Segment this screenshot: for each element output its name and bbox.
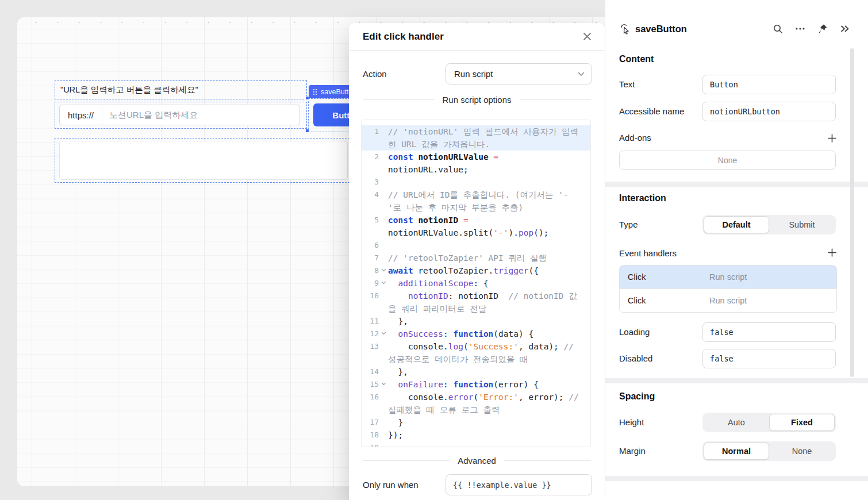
accessible-name-input[interactable]: notionURLbutton bbox=[702, 102, 836, 121]
event-handler-row[interactable]: Click Run script bbox=[620, 289, 836, 312]
code-line[interactable]: 15 onFailure: function(error) { bbox=[362, 378, 590, 391]
close-button[interactable] bbox=[581, 30, 593, 43]
height-option-auto[interactable]: Auto bbox=[704, 414, 769, 431]
loading-label: Loading bbox=[619, 327, 650, 337]
code-line[interactable]: 7// 'retoolToZapier' API 쿼리 실행 bbox=[362, 252, 590, 264]
event-handlers-label: Event handlers bbox=[619, 248, 677, 258]
chevron-down-icon bbox=[578, 72, 585, 76]
code-line[interactable]: 17 } bbox=[362, 416, 590, 429]
text-input[interactable]: Button bbox=[702, 75, 836, 94]
code-line[interactable]: 10 notionID: notionID // notionID 값을 쿼리 … bbox=[362, 290, 590, 315]
resize-handle[interactable] bbox=[305, 96, 309, 100]
type-label: Type bbox=[619, 220, 638, 229]
action-row: Action Run script bbox=[349, 63, 605, 85]
code-line[interactable]: 18}); bbox=[362, 429, 590, 441]
code-text bbox=[388, 176, 590, 189]
code-text: // URL에서 ID를 추출합니다. (여기서는 '-'로 나눈 후 마지막 … bbox=[388, 189, 590, 214]
panel-scrollbar[interactable] bbox=[850, 48, 854, 377]
add-addon-button[interactable] bbox=[827, 133, 837, 143]
event-name: Click bbox=[628, 296, 709, 305]
addons-none-field[interactable]: None bbox=[619, 151, 836, 170]
code-line[interactable]: 12 onSuccess: function(data) { bbox=[362, 328, 590, 340]
code-fold-spacer bbox=[379, 290, 388, 294]
modal-header: Edit click handler bbox=[349, 23, 605, 51]
code-line[interactable]: 5const notionID = notionURLValue.split('… bbox=[362, 214, 590, 239]
code-editor[interactable]: 1// 'notionURL' 입력 필드에서 사용자가 입력한 URL 값을 … bbox=[361, 120, 591, 447]
loading-input[interactable]: false bbox=[702, 322, 836, 342]
height-option-fixed[interactable]: Fixed bbox=[769, 414, 835, 431]
line-number: 5 bbox=[362, 214, 379, 226]
type-option-default[interactable]: Default bbox=[704, 216, 769, 233]
code-text bbox=[388, 239, 590, 252]
inspector-panel: saveButton Content Text Butto bbox=[605, 0, 868, 500]
event-handler-row[interactable]: Click Run script bbox=[620, 266, 836, 289]
line-number: 6 bbox=[362, 239, 379, 252]
run-script-options-label: Run script options bbox=[442, 95, 511, 105]
search-icon[interactable] bbox=[773, 24, 783, 34]
height-segmented-control: Auto Fixed bbox=[702, 413, 836, 432]
line-number: 14 bbox=[362, 366, 379, 378]
inspector-header: saveButton bbox=[605, 16, 868, 41]
action-select[interactable]: Run script bbox=[445, 63, 592, 84]
code-text: }, bbox=[388, 366, 590, 378]
code-fold-icon[interactable] bbox=[379, 378, 388, 386]
code-line[interactable]: 1// 'notionURL' 입력 필드에서 사용자가 입력한 URL 값을 … bbox=[362, 125, 590, 151]
code-line[interactable]: 9 additionalScope: { bbox=[362, 277, 590, 290]
plus-icon bbox=[827, 133, 837, 143]
code-line[interactable]: 19 bbox=[362, 441, 590, 447]
disabled-input[interactable]: false bbox=[702, 349, 836, 368]
line-number: 12 bbox=[362, 328, 379, 340]
interaction-heading: Interaction bbox=[619, 193, 666, 203]
line-number: 13 bbox=[362, 340, 379, 353]
code-fold-spacer bbox=[379, 252, 388, 256]
line-number: 3 bbox=[362, 176, 379, 189]
text-component-selection[interactable]: "URL을 입력하고 버튼을 클릭하세요" bbox=[55, 80, 307, 99]
line-number: 7 bbox=[362, 252, 379, 264]
code-line[interactable]: 16 console.error('Error:', error); // 실패… bbox=[362, 391, 590, 416]
only-run-when-row: Only run when {{ !!example.value }} bbox=[349, 474, 605, 495]
only-run-when-input[interactable]: {{ !!example.value }} bbox=[445, 474, 592, 495]
url-input[interactable]: https:// 노션URL을 입력하세요 bbox=[59, 105, 300, 125]
code-line[interactable]: 4// URL에서 ID를 추출합니다. (여기서는 '-'로 나눈 후 마지막… bbox=[362, 189, 590, 214]
code-text: // 'notionURL' 입력 필드에서 사용자가 입력한 URL 값을 가… bbox=[388, 125, 590, 151]
double-chevron-right-icon[interactable] bbox=[840, 24, 850, 34]
code-text: const notionID = notionURLValue.split('-… bbox=[388, 214, 590, 239]
code-line[interactable]: 6 bbox=[362, 239, 590, 252]
text-label: Text bbox=[619, 79, 635, 89]
code-text: additionalScope: { bbox=[388, 277, 590, 290]
only-run-when-value: {{ !!example.value }} bbox=[453, 480, 551, 490]
code-line[interactable]: 13 console.log('Success:', data); // 성공적… bbox=[362, 340, 590, 366]
ellipsis-icon[interactable] bbox=[795, 24, 805, 34]
code-fold-icon[interactable] bbox=[379, 264, 388, 272]
url-prefix: https:// bbox=[60, 105, 102, 125]
code-fold-icon[interactable] bbox=[379, 328, 388, 336]
pin-icon[interactable] bbox=[817, 24, 828, 34]
edit-click-handler-modal: Edit click handler Action Run script Run… bbox=[349, 23, 605, 500]
line-number: 15 bbox=[362, 378, 379, 391]
code-line[interactable]: 11 }, bbox=[362, 315, 590, 328]
event-name: Click bbox=[628, 272, 709, 282]
spacing-heading: Spacing bbox=[619, 391, 655, 402]
add-event-handler-button[interactable] bbox=[827, 247, 837, 257]
code-line[interactable]: 3 bbox=[362, 176, 590, 189]
code-fold-spacer bbox=[379, 366, 388, 370]
container-component[interactable] bbox=[59, 141, 348, 180]
drag-handle-icon bbox=[313, 89, 317, 95]
code-text: const notionURLValue = notionURL.value; bbox=[388, 151, 590, 176]
only-run-when-label: Only run when bbox=[349, 474, 418, 495]
section-divider bbox=[605, 182, 868, 187]
margin-option-normal[interactable]: Normal bbox=[704, 443, 769, 460]
code-line[interactable]: 8await retoolToZapier.trigger({ bbox=[362, 264, 590, 277]
line-number: 4 bbox=[362, 189, 379, 201]
resize-handle[interactable] bbox=[305, 129, 309, 133]
type-segmented-control: Default Submit bbox=[702, 215, 836, 234]
loading-value: false bbox=[710, 328, 733, 337]
text-component-label: "URL을 입력하고 버튼을 클릭하세요" bbox=[55, 84, 198, 95]
margin-option-none[interactable]: None bbox=[769, 443, 835, 460]
code-line[interactable]: 2const notionURLValue = notionURL.value; bbox=[362, 151, 590, 176]
disabled-value: false bbox=[710, 354, 733, 363]
line-number: 1 bbox=[362, 125, 379, 138]
code-fold-icon[interactable] bbox=[379, 277, 388, 285]
type-option-submit[interactable]: Submit bbox=[769, 216, 835, 233]
code-line[interactable]: 14 }, bbox=[362, 366, 590, 378]
